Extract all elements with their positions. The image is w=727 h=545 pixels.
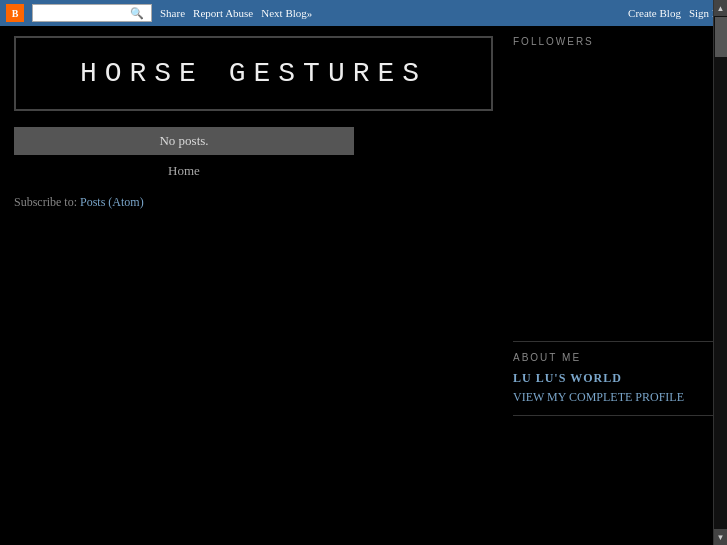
main-wrapper: HORSE GESTURES No posts. Home Subscribe … xyxy=(0,26,727,436)
search-input[interactable] xyxy=(35,5,130,21)
about-me-section: ABOUT ME LU LU'S WORLD VIEW MY COMPLETE … xyxy=(513,341,713,416)
content-area: HORSE GESTURES No posts. Home Subscribe … xyxy=(14,36,493,426)
view-profile-link[interactable]: VIEW MY COMPLETE PROFILE xyxy=(513,390,713,405)
search-box: 🔍 xyxy=(32,4,152,22)
followers-title: FOLLOWERS xyxy=(513,36,713,51)
about-me-title: ABOUT ME xyxy=(513,352,713,363)
blogger-logo: B xyxy=(6,4,24,22)
search-icon: 🔍 xyxy=(130,7,144,20)
scroll-track xyxy=(714,16,728,529)
scrollbar: ▲ ▼ xyxy=(713,0,727,545)
subscribe-prefix: Subscribe to: xyxy=(14,195,80,209)
divider-top xyxy=(513,341,713,342)
create-blog-link[interactable]: Create Blog xyxy=(628,7,681,19)
scroll-up-button[interactable]: ▲ xyxy=(714,0,728,16)
scroll-thumb[interactable] xyxy=(715,17,727,57)
scroll-down-button[interactable]: ▼ xyxy=(714,529,728,545)
subscribe-link[interactable]: Posts (Atom) xyxy=(80,195,144,209)
nav-right: Create Blog Sign In xyxy=(628,7,721,19)
next-blog-link[interactable]: Next Blog» xyxy=(261,7,312,19)
divider-bottom xyxy=(513,415,713,416)
report-abuse-link[interactable]: Report Abuse xyxy=(193,7,253,19)
blog-title-box: HORSE GESTURES xyxy=(14,36,493,111)
no-posts-bar: No posts. xyxy=(14,127,354,155)
navbar: B 🔍 Share Report Abuse Next Blog» Create… xyxy=(0,0,727,26)
subscribe-area: Subscribe to: Posts (Atom) xyxy=(14,187,493,218)
share-link[interactable]: Share xyxy=(160,7,185,19)
nav-links: Home xyxy=(14,155,493,187)
blog-title: HORSE GESTURES xyxy=(26,58,481,89)
about-me-name-link[interactable]: LU LU'S WORLD xyxy=(513,371,713,386)
home-link[interactable]: Home xyxy=(14,163,354,179)
sidebar: FOLLOWERS ABOUT ME LU LU'S WORLD VIEW MY… xyxy=(493,36,713,426)
